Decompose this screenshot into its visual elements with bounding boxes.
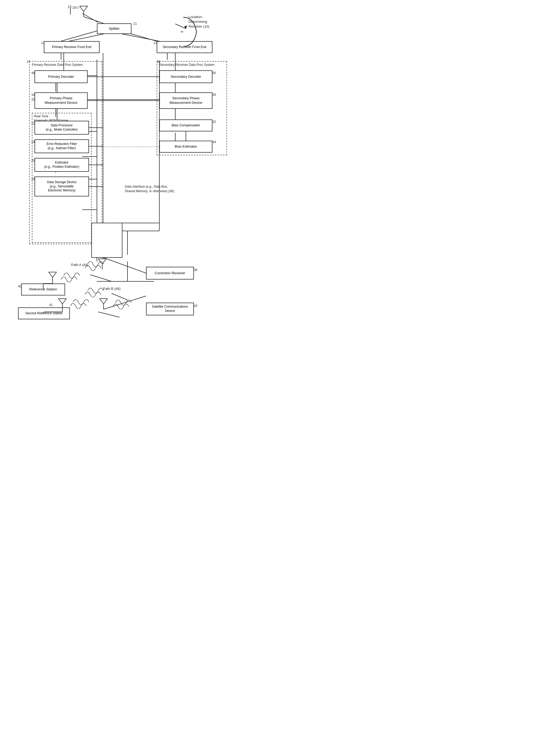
svg-line-68 bbox=[49, 272, 53, 277]
bias-compensator-box: Bias Compensator bbox=[159, 120, 212, 131]
data-interface-label: Data Interface (e.g., Data Bus,Shared Me… bbox=[125, 184, 191, 193]
second-reference-label: Second Reference Station bbox=[25, 311, 62, 316]
svg-line-69 bbox=[53, 272, 57, 277]
number-42: 42 bbox=[194, 304, 197, 308]
data-storage-box: Data Storage Device(e.g., NonvolatileEle… bbox=[34, 176, 89, 196]
path-b-waves bbox=[82, 285, 106, 297]
primary-phase-box: Primary PhaseMeasurement Device bbox=[34, 92, 88, 109]
path-b-sat-waves bbox=[110, 297, 134, 309]
number-34: 34 bbox=[212, 140, 216, 144]
svg-line-65 bbox=[103, 258, 146, 273]
svg-line-81 bbox=[62, 299, 66, 304]
number-36: 36 bbox=[194, 268, 197, 272]
data-processor-box: Data Processor(e.g., Mode Controller) bbox=[34, 121, 89, 134]
antenna-satellite-svg bbox=[98, 297, 109, 309]
correction-receiver-box: Correction Receiver bbox=[146, 267, 194, 279]
splitter-label: Splitter bbox=[109, 26, 120, 31]
reference-station-box: Reference Station bbox=[21, 283, 65, 295]
estimator-label: Estimator(e.g., Position Estimator) bbox=[44, 161, 79, 169]
primary-phase-label: Primary PhaseMeasurement Device bbox=[45, 96, 78, 105]
secondary-decoder-label: Secondary Decoder bbox=[171, 75, 201, 79]
primary-front-end-box: Primary Receiver Front End bbox=[44, 41, 100, 53]
svg-line-1 bbox=[61, 30, 98, 41]
svg-line-76 bbox=[104, 299, 108, 304]
number-41: 41 bbox=[49, 303, 53, 307]
antenna-reference-svg bbox=[47, 271, 58, 283]
primary-data-proc-label: Primary Receiver Data Proc System bbox=[32, 63, 83, 67]
antenna-15-svg bbox=[78, 5, 89, 17]
satellite-comm-box: Satellite Communications Device bbox=[146, 303, 194, 315]
svg-line-38 bbox=[122, 34, 159, 41]
path-a-ref-waves bbox=[58, 270, 82, 282]
svg-line-37 bbox=[69, 34, 104, 41]
secondary-data-proc-label: Secondary Receiver Data Proc System bbox=[159, 63, 215, 67]
error-reduction-label: Error-Reduction Filter(e.g., Kalman Filt… bbox=[46, 142, 77, 150]
antenna-second-ref-svg bbox=[57, 297, 68, 309]
primary-decoder-box: Primary Decoder bbox=[34, 70, 88, 83]
svg-line-30 bbox=[98, 312, 120, 317]
primary-decoder-label: Primary Decoder bbox=[48, 75, 74, 79]
secondary-decoder-box: Secondary Decoder bbox=[159, 70, 212, 83]
correction-receiver-label: Correction Receiver bbox=[155, 271, 186, 276]
secondary-phase-label: Secondary PhaseMeasurement Device bbox=[170, 96, 202, 105]
svg-line-75 bbox=[100, 299, 104, 304]
svg-line-80 bbox=[58, 299, 62, 304]
number-30: 30 bbox=[212, 93, 216, 97]
data-storage-label: Data Storage Device(e.g., NonvolatileEle… bbox=[47, 180, 77, 193]
error-reduction-box: Error-Reduction Filter(e.g., Kalman Filt… bbox=[34, 139, 89, 153]
number-32: 32 bbox=[212, 120, 216, 124]
svg-line-32 bbox=[80, 6, 83, 11]
label-15: 15 bbox=[68, 5, 72, 9]
reference-station-label: Reference Station bbox=[29, 287, 57, 292]
data-processor-label: Data Processor(e.g., Mode Controller) bbox=[46, 124, 78, 132]
svg-line-35 bbox=[83, 17, 104, 24]
path-a-waves bbox=[82, 259, 106, 271]
svg-line-33 bbox=[83, 6, 88, 11]
secondary-phase-box: Secondary PhaseMeasurement Device bbox=[159, 92, 212, 109]
bias-estimator-box: Bias Estimator bbox=[159, 141, 212, 153]
second-ref-waves bbox=[68, 297, 92, 309]
number-50: 50 bbox=[212, 71, 216, 76]
svg-line-28 bbox=[90, 275, 112, 281]
bias-estimator-label: Bias Estimator bbox=[175, 144, 197, 149]
number-15: 15 bbox=[72, 6, 76, 10]
primary-front-end-label: Primary Receiver Front End bbox=[52, 45, 91, 49]
receiver-bracket bbox=[181, 16, 202, 48]
estimator-box: Estimator(e.g., Position Estimator) bbox=[34, 158, 89, 172]
satellite-comm-label: Satellite Communications Device bbox=[149, 305, 191, 313]
diagram: ⌔ 15 15 Splitter 11 Location-Determining… bbox=[0, 0, 239, 334]
number-11: 11 bbox=[133, 22, 137, 26]
bias-compensator-label: Bias Compensator bbox=[172, 123, 200, 128]
splitter-box: Splitter bbox=[97, 24, 132, 34]
